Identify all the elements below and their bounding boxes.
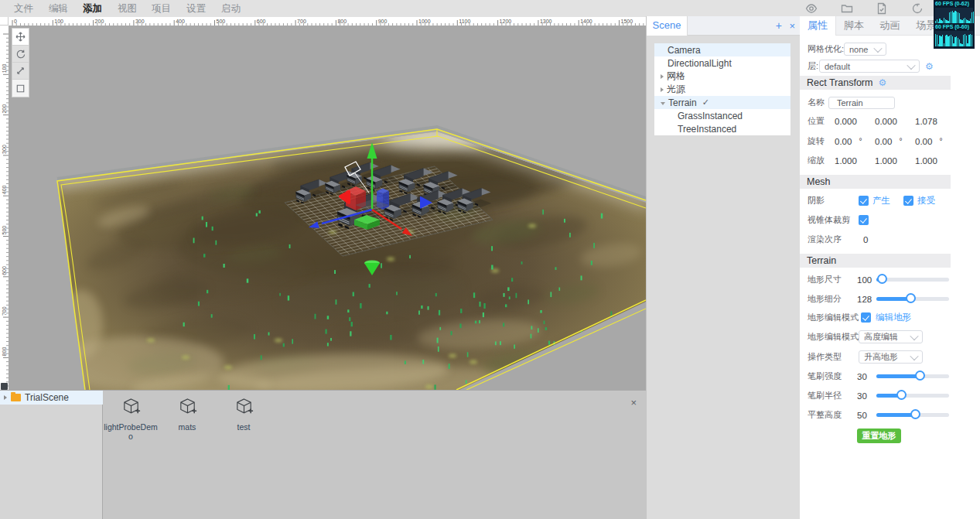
vector-value[interactable]: 0.00° xyxy=(875,137,915,146)
menu-item-4[interactable]: 视图 xyxy=(118,0,137,17)
slider[interactable] xyxy=(876,394,949,398)
name-input[interactable]: Terrain xyxy=(828,97,895,109)
cast-shadow-checkbox[interactable] xyxy=(859,196,869,206)
viewport-corner-icon[interactable] xyxy=(1,383,8,390)
layer-select[interactable]: default xyxy=(819,60,920,73)
svg-text:400: 400 xyxy=(2,185,7,194)
strength-row: 笔刷强度30 xyxy=(808,370,949,383)
viewport-3d[interactable] xyxy=(9,26,646,390)
slider-knob[interactable] xyxy=(915,370,925,381)
section-header: Mesh xyxy=(800,175,951,189)
svg-text:900: 900 xyxy=(378,19,388,24)
slider[interactable] xyxy=(876,278,949,282)
radius-value[interactable]: 30 xyxy=(857,391,876,401)
edit-terrain-checkbox[interactable] xyxy=(861,312,871,323)
folder-icon[interactable] xyxy=(841,2,853,15)
chevron-down-icon xyxy=(910,331,918,340)
subdiv-value[interactable]: 128 xyxy=(857,295,876,304)
rotation-row: 旋转0.00°0.00°0.00° xyxy=(808,135,955,148)
slider[interactable] xyxy=(876,374,949,378)
vector-value[interactable]: 0.000 xyxy=(835,117,875,126)
caret-right-icon[interactable] xyxy=(4,395,7,400)
vector-value[interactable]: 0.00° xyxy=(915,137,955,146)
receive-shadow-checkbox[interactable] xyxy=(903,196,913,206)
mesh-optimize-select[interactable]: none xyxy=(844,43,886,56)
strength-value[interactable]: 30 xyxy=(857,372,876,381)
select-value: none xyxy=(849,45,868,54)
size-value[interactable]: 100 xyxy=(857,275,876,285)
file-check-icon[interactable] xyxy=(876,2,888,15)
menu-item-3[interactable]: 添加 xyxy=(83,0,102,17)
edit-terrain-label: 编辑地形 xyxy=(876,312,911,323)
gear-icon[interactable]: ⚙ xyxy=(878,78,886,87)
ruler-corner xyxy=(0,17,9,26)
inspector-tab-2[interactable]: 脚本 xyxy=(836,16,872,36)
svg-text:600: 600 xyxy=(257,19,266,24)
scene-close-button[interactable]: × xyxy=(789,20,795,32)
refresh-icon[interactable] xyxy=(911,2,924,15)
render-order-value[interactable]: 0 xyxy=(863,235,868,244)
menu-item-6[interactable]: 设置 xyxy=(186,0,206,17)
vector-value[interactable]: 1.000 xyxy=(915,156,955,166)
fps-graph xyxy=(935,31,973,46)
op-type-select[interactable]: 升高地形 xyxy=(859,350,923,364)
reset-terrain-button[interactable]: 重置地形 xyxy=(857,429,901,443)
inspector-tab-1[interactable]: 属性 xyxy=(800,16,836,36)
caret-right-icon[interactable] xyxy=(661,74,664,79)
scale-tool-button[interactable] xyxy=(12,63,29,80)
scene-node-GrassInstanced[interactable]: GrassInstanced xyxy=(654,109,790,122)
inspector-panel: 属性脚本动画场景 网格优化:none层:default⚙Rect Transfo… xyxy=(800,16,980,519)
eye-icon[interactable] xyxy=(805,2,818,15)
vector-value[interactable]: 1.078 xyxy=(915,117,955,126)
field-label: 地形尺寸 xyxy=(808,274,857,285)
gear-icon[interactable]: ⚙ xyxy=(925,62,934,71)
slider-knob[interactable] xyxy=(910,409,920,419)
scene-node-网格[interactable]: 网格 xyxy=(654,70,790,83)
op-type-select-row: 操作类型升高地形 xyxy=(808,350,923,364)
cast-shadow-label: 产生 xyxy=(872,195,890,207)
scene-node-Terrain[interactable]: Terrain✓ xyxy=(654,96,790,109)
inspector-tab-3[interactable]: 动画 xyxy=(872,16,908,36)
tab-scene[interactable]: Scene xyxy=(647,16,688,36)
add-node-button[interactable]: + xyxy=(776,19,782,32)
field-label: 名称 xyxy=(808,97,828,108)
caret-right-icon[interactable] xyxy=(661,87,664,92)
select-value: 高度编辑 xyxy=(864,331,898,343)
field-label: 地形细分 xyxy=(808,293,857,305)
assets-close-button[interactable]: × xyxy=(630,398,637,408)
svg-text:400: 400 xyxy=(176,19,185,24)
slider-knob[interactable] xyxy=(906,293,916,303)
vector-value[interactable]: 0.00° xyxy=(835,137,875,146)
slider[interactable] xyxy=(876,297,949,301)
menu-item-2[interactable]: 编辑 xyxy=(49,0,68,17)
caret-down-icon[interactable] xyxy=(661,102,665,105)
rotate-tool-button[interactable] xyxy=(12,46,29,63)
svg-text:1300: 1300 xyxy=(540,19,552,24)
frustum-cull-checkbox[interactable] xyxy=(859,215,869,225)
assets-folder-row[interactable]: TrialScene xyxy=(0,391,103,405)
assets-folder-label: TrialScene xyxy=(25,392,69,403)
edit-mode-select[interactable]: 高度编辑 xyxy=(859,330,923,343)
slider[interactable] xyxy=(876,413,949,417)
scene-node-DirectionalLight[interactable]: DirectionalLight xyxy=(654,56,790,70)
rect-tool-button[interactable] xyxy=(12,80,29,97)
scene-node-光源[interactable]: 光源 xyxy=(654,83,790,96)
menu-item-7[interactable]: 启动 xyxy=(221,0,241,17)
menu-item-1[interactable]: 文件 xyxy=(14,0,33,17)
move-tool-button[interactable] xyxy=(12,29,29,46)
menu-item-5[interactable]: 项目 xyxy=(152,0,171,17)
vector-value[interactable]: 1.000 xyxy=(835,156,875,166)
scene-node-Camera[interactable]: Camera xyxy=(654,43,790,56)
value-text: 1.000 xyxy=(835,156,857,166)
vector-value[interactable]: 1.000 xyxy=(875,156,915,166)
slider-knob[interactable] xyxy=(896,390,907,400)
asset-item[interactable]: lightProbeDemo xyxy=(103,397,159,441)
asset-item[interactable]: mats xyxy=(159,397,215,432)
asset-item[interactable]: test xyxy=(216,397,271,432)
flatten-value[interactable]: 50 xyxy=(857,411,876,420)
select-value: default xyxy=(825,62,850,71)
vector-value[interactable]: 0.000 xyxy=(875,117,915,126)
scene-node-TreeInstanced[interactable]: TreeInstanced xyxy=(654,122,790,135)
slider-knob[interactable] xyxy=(877,274,887,284)
svg-text:200: 200 xyxy=(2,104,7,114)
